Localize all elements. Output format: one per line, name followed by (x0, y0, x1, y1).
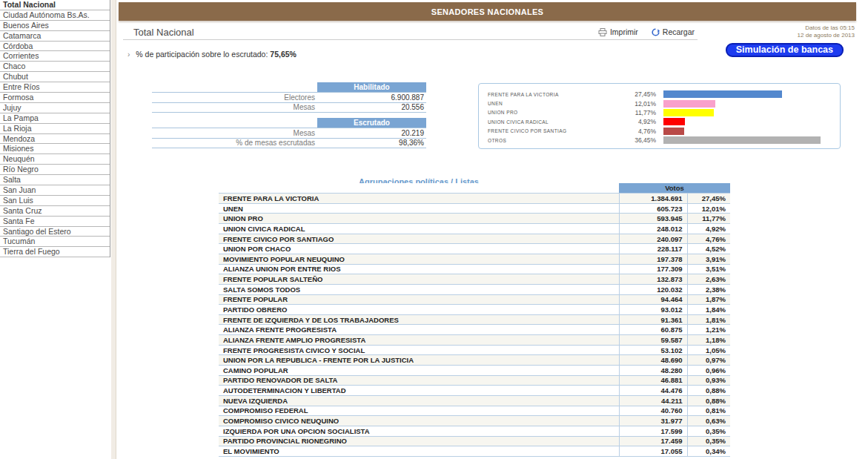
party-votes: 60.875 (619, 325, 687, 335)
chart-category-label: UNION CIVICA RADICAL (488, 119, 625, 125)
party-votes: 17.055 (619, 446, 687, 457)
chart-category-label: OTROS (488, 138, 625, 143)
habilitado-value: 20.556 (317, 102, 426, 113)
province-list: Total NacionalCiudad Autónoma Bs.As.Buen… (0, 0, 110, 257)
sidebar-item[interactable]: Santa Cruz (0, 206, 110, 217)
votes-column-header: Votos (619, 183, 730, 194)
party-name: PARTIDO OBRERO (219, 305, 619, 315)
chart-bar (663, 128, 684, 135)
party-votes: 44.476 (619, 386, 687, 396)
sidebar-item[interactable]: San Juan (0, 185, 110, 196)
table-row: FRENTE DE IZQUIERDA Y DE LOS TRABAJADORE… (219, 314, 730, 325)
chart-bar (663, 118, 685, 125)
party-name: UNION CIVICA RADICAL (219, 224, 619, 234)
reload-button[interactable]: Recargar (652, 27, 695, 36)
party-votes: 53.102 (619, 345, 687, 355)
sidebar-item[interactable]: Ciudad Autónoma Bs.As. (0, 10, 110, 21)
printer-icon (598, 28, 607, 36)
sidebar-item[interactable]: Misiones (0, 144, 110, 154)
party-name: PARTIDO PROVINCIAL RIONEGRINO (219, 436, 619, 446)
party-percentage: 3,91% (687, 254, 730, 264)
sidebar-item[interactable]: San Luis (0, 196, 110, 206)
chart-row: UNION PRO11,77% (488, 108, 832, 117)
table-row: UNION PRO593.94511,77% (219, 214, 730, 224)
party-percentage: 2,38% (687, 284, 730, 294)
sidebar-item[interactable]: Catamarca (0, 31, 110, 42)
sidebar-item[interactable]: Chubut (0, 72, 110, 82)
party-votes: 93.012 (619, 305, 687, 315)
party-name: ALIANZA UNION POR ENTRE RIOS (219, 264, 619, 274)
sidebar-item[interactable]: Corrientes (0, 51, 110, 62)
sidebar-item[interactable]: Santa Fe (0, 217, 110, 227)
party-name: UNION POR CHACO (219, 244, 619, 254)
party-percentage: 4,52% (687, 244, 730, 254)
chart-value-label: 4,76% (625, 128, 663, 135)
chart-bar-area (663, 128, 832, 135)
category-title: SENADORES NACIONALES (431, 7, 543, 16)
party-name: AUTODETERMINACION Y LIBERTAD (219, 386, 619, 396)
sidebar-item[interactable]: Buenos Aires (0, 21, 110, 31)
table-row: UNION POR CHACO228.1174,52% (219, 244, 730, 254)
habilitado-row: Electores6.900.887 (152, 93, 426, 103)
sidebar-item[interactable]: Santiago del Estero (0, 227, 110, 237)
party-percentage: 2,63% (687, 274, 730, 285)
chart-bar (663, 136, 821, 144)
party-name: COMPROMISO CIVICO NEUQUINO (219, 416, 619, 426)
party-votes: 197.378 (619, 254, 687, 264)
party-percentage: 0,97% (687, 355, 730, 366)
table-row: UNION POR LA REPUBLICA - FRENTE POR LA J… (219, 355, 730, 366)
table-row: ALIANZA FRENTE AMPLIO PROGRESISTA59.5871… (219, 335, 730, 346)
table-row: PARTIDO OBRERO93.0121,84% (219, 305, 730, 315)
party-percentage: 0,96% (687, 366, 730, 376)
table-row: FRENTE PARA LA VICTORIA1.384.69127,45% (219, 194, 730, 204)
simulation-button[interactable]: Simulación de bancas (726, 43, 844, 57)
sidebar-item[interactable]: Entre Ríos (0, 82, 110, 93)
table-row: FRENTE POPULAR SALTEÑO132.8732,63% (219, 274, 730, 285)
table-row: FRENTE POPULAR94.4641,87% (219, 294, 730, 305)
sidebar-item[interactable]: La Rioja (0, 124, 110, 134)
party-percentage: 0,34% (687, 446, 730, 457)
sidebar-item[interactable]: Neuquén (0, 154, 110, 165)
sidebar-item[interactable]: Tierra del Fuego (0, 247, 110, 257)
sidebar-item[interactable]: Formosa (0, 93, 110, 103)
print-button[interactable]: Imprimir (598, 27, 638, 36)
results-bar-chart: FRENTE PARA LA VICTORIA27,45%UNEN12,01%U… (478, 83, 841, 149)
table-row: PARTIDO PROVINCIAL RIONEGRINO17.4590,35% (219, 436, 730, 446)
sidebar-item[interactable]: Total Nacional (0, 0, 110, 10)
sidebar-item[interactable]: Córdoba (0, 42, 110, 52)
party-percentage: 0,81% (687, 406, 730, 416)
party-name: IZQUIERDA POR UNA OPCION SOCIALISTA (219, 426, 619, 436)
table-row: ALIANZA FRENTE PROGRESISTA60.8751,21% (219, 325, 730, 335)
party-votes: 17.599 (619, 426, 687, 436)
party-name: FRENTE CIVICO POR SANTIAGO (219, 234, 619, 244)
sidebar-item[interactable]: Chaco (0, 62, 110, 72)
party-percentage: 1,21% (687, 325, 730, 335)
chart-value-label: 36,45% (625, 136, 663, 144)
sidebar-item[interactable]: Río Negro (0, 165, 110, 175)
party-votes: 1.384.691 (619, 194, 687, 204)
party-name: UNION POR LA REPUBLICA - FRENTE POR LA J… (219, 355, 619, 366)
sidebar-item[interactable]: Mendoza (0, 134, 110, 145)
party-votes: 48.690 (619, 355, 687, 366)
party-votes: 48.280 (619, 366, 687, 376)
party-name: PARTIDO RENOVADOR DE SALTA (219, 375, 619, 386)
sidebar-item[interactable]: Jujuy (0, 103, 110, 113)
party-votes: 31.977 (619, 416, 687, 426)
party-percentage: 3,51% (687, 264, 730, 274)
chart-value-label: 12,01% (625, 100, 663, 108)
party-name: ALIANZA FRENTE PROGRESISTA (219, 325, 619, 335)
habilitado-table: Habilitado Electores6.900.887Mesas20.556 (152, 82, 426, 113)
party-percentage: 12,01% (687, 203, 730, 214)
party-name: NUEVA IZQUIERDA (219, 395, 619, 406)
party-name: ALIANZA FRENTE AMPLIO PROGRESISTA (219, 335, 619, 346)
page-title: Total Nacional (133, 27, 194, 38)
bullet-arrow-icon: › (127, 50, 130, 59)
table-row: NUEVA IZQUIERDA44.2110,88% (219, 395, 730, 406)
escrutado-table: Escrutado Mesas20.219% de mesas escrutad… (152, 118, 426, 148)
party-votes: 40.760 (619, 406, 687, 416)
sidebar-item[interactable]: Salta (0, 175, 110, 185)
party-votes: 177.309 (619, 264, 687, 274)
escrutado-label: % de mesas escrutadas (152, 138, 317, 148)
sidebar-item[interactable]: Tucumán (0, 237, 110, 247)
sidebar-item[interactable]: La Pampa (0, 113, 110, 124)
